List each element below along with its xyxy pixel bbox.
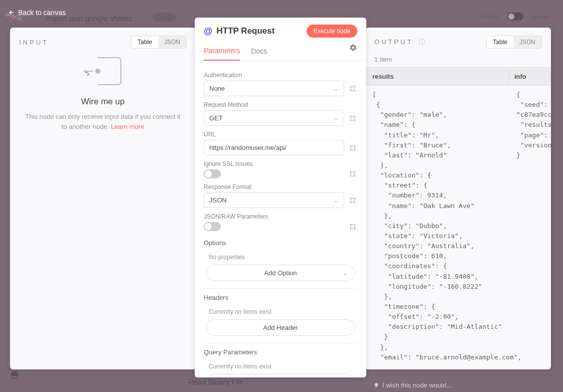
workflow-tag[interactable]: blog [153,13,176,22]
input-title: INPUT [19,39,49,46]
lightbulb-icon [373,382,379,388]
results-cell[interactable]: [ { "gender": "male", "name": { "title":… [365,90,513,364]
output-table-toggle[interactable]: Table [487,36,513,48]
workflow-name[interactable]: import json google sheets [46,14,132,23]
query-section-label: Query Parameters [204,343,357,356]
svg-point-15 [350,149,352,150]
active-toggle[interactable] [507,13,523,21]
field-options-icon[interactable] [348,143,357,152]
wire-title: Wire me up [81,97,125,107]
info-icon[interactable]: ⓘ [415,38,428,46]
svg-point-25 [350,224,352,226]
http-request-icon: @ [204,26,213,37]
add-header-button[interactable]: Add Header [206,319,355,336]
rawparams-label: JSON/RAW Parameters [204,213,357,220]
wire-graphic-icon [80,54,125,89]
chevron-down-icon: ⌄ [333,85,339,92]
svg-point-7 [350,90,352,91]
output-table-header: results info [365,67,551,86]
query-empty-text: Currently no items exist [204,359,357,374]
response-label: Response Format [204,183,357,190]
wire-text: This node can only receive input data if… [25,112,181,131]
svg-point-12 [354,119,356,121]
svg-point-21 [350,198,352,199]
svg-point-5 [350,86,352,87]
learn-more-link[interactable]: Learn more [111,123,144,130]
node-config-panel: @ HTTP Request Execute node Parameters D… [195,18,366,377]
svg-point-27 [350,228,352,230]
n8n-logo-icon [5,13,22,30]
svg-point-16 [354,149,356,150]
add-parameter-button[interactable]: Add Parameter [206,374,355,377]
response-format-select[interactable]: JSON⌄ [204,192,344,208]
svg-point-10 [354,115,356,117]
field-options-icon[interactable] [348,114,357,123]
add-option-button[interactable]: Add Option ⌄ [206,265,355,281]
headers-empty-text: Currently no items exist [204,304,357,319]
ssl-toggle[interactable] [204,169,221,178]
column-info[interactable]: info [509,68,551,85]
method-select[interactable]: GET⌄ [204,110,344,126]
node-settings-icon[interactable] [349,44,357,53]
field-options-icon[interactable] [348,84,357,93]
execute-node-button[interactable]: Execute node [307,25,357,38]
authentication-label: Authentication [204,72,357,79]
output-item-count: 1 item [365,54,551,67]
chevron-down-icon: ⌄ [333,197,339,204]
output-json-toggle[interactable]: JSON [513,36,541,48]
svg-point-1 [12,16,15,18]
output-panel: OUTPUT ⓘ Table JSON 1 item results info … [365,28,551,369]
output-title: OUTPUT ⓘ [374,38,428,47]
svg-point-23 [350,202,352,203]
svg-point-8 [354,90,356,91]
svg-point-4 [96,69,100,73]
input-json-toggle[interactable]: JSON [158,36,186,48]
svg-point-22 [354,198,356,199]
svg-point-9 [350,115,352,117]
input-view-toggle: Table JSON [131,36,187,49]
method-label: Request Method [204,101,357,108]
headers-section-label: Headers [204,288,357,301]
svg-point-19 [350,175,352,177]
svg-point-2 [19,14,21,16]
node-title: HTTP Request [217,26,275,36]
rawparams-toggle[interactable] [204,222,221,231]
saved-indicator: Saved [531,13,550,21]
ssl-label: Ignore SSL Issues [204,160,357,167]
input-panel: INPUT Table JSON Wire me up This node ca… [10,28,196,369]
info-cell[interactable]: { "seed": "c87ea9cc "results": "page": 1… [513,90,551,364]
svg-point-11 [350,119,352,121]
chevron-down-icon: ⌄ [342,269,348,277]
field-options-icon[interactable] [348,169,357,178]
svg-point-6 [354,86,356,87]
svg-point-14 [354,145,356,146]
gift-icon[interactable] [10,370,19,381]
input-table-toggle[interactable]: Table [131,36,158,48]
authentication-select[interactable]: None⌄ [204,81,344,96]
svg-point-3 [19,18,21,20]
tab-docs[interactable]: Docs [251,44,267,60]
tab-parameters[interactable]: Parameters [204,44,240,61]
read-binary-file-node[interactable]: Read Binary File [188,377,244,386]
options-section-label: Options [204,239,357,247]
field-options-icon[interactable] [348,222,357,231]
svg-point-0 [6,14,9,16]
svg-point-18 [354,171,356,173]
url-label: URL [204,131,357,138]
output-data: [ { "gender": "male", "name": { "title":… [365,86,551,364]
chevron-down-icon: ⌄ [333,114,339,122]
svg-point-24 [354,202,356,203]
active-label: Active: [480,13,499,21]
output-view-toggle: Table JSON [486,36,542,49]
svg-point-20 [354,175,356,177]
column-results[interactable]: results [365,68,509,85]
url-input[interactable]: https://randomuser.me/api/ [204,140,344,155]
svg-point-26 [354,224,356,226]
svg-point-28 [354,228,356,230]
feedback-prompt[interactable]: I wish this node would... [373,381,452,389]
options-empty-text: No properties [204,250,357,265]
svg-point-17 [350,171,352,173]
field-options-icon[interactable] [348,196,357,205]
svg-point-13 [350,145,352,146]
